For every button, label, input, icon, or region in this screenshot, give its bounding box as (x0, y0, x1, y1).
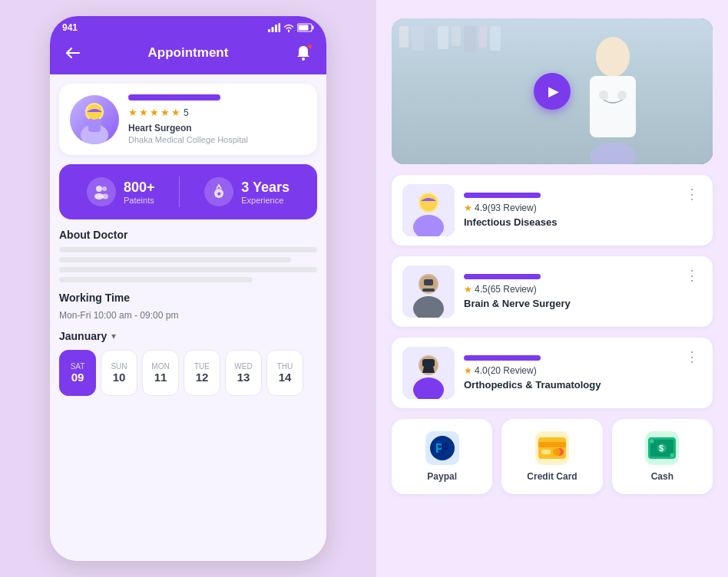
svg-point-15 (102, 194, 108, 199)
svg-rect-5 (313, 26, 314, 30)
cash-label: Cash (651, 471, 673, 482)
experience-stat: ★ 3 Years Experience (204, 177, 290, 206)
doctor-info: ★ ★ ★ ★ ★ 5 Heart Surgeon Dhaka Medical … (128, 94, 306, 144)
date-day-sun: SUN (111, 362, 127, 371)
date-num-tue: 12 (196, 371, 209, 384)
experience-label: Experience (241, 196, 290, 205)
date-item-sun[interactable]: SUN 10 (101, 350, 137, 396)
app-header: Appointment (50, 36, 326, 74)
star-5: ★ (171, 107, 180, 118)
month-selector[interactable]: Jaunuary ▾ (59, 330, 317, 342)
play-icon: ▶ (548, 83, 559, 100)
list-star-icon-2: ★ (464, 284, 472, 295)
cash-card[interactable]: $ Cash (612, 419, 713, 494)
list-specialty-1: Infectious Diseases (464, 216, 673, 228)
about-text (59, 247, 317, 282)
left-panel: 941 (0, 0, 376, 577)
svg-point-21 (599, 91, 608, 100)
date-item-sat[interactable]: SAT 09 (59, 350, 96, 396)
credit-card-card[interactable]: Credit Card (501, 419, 602, 494)
doctor-avatar (70, 95, 119, 144)
paypal-label: Paypal (427, 471, 457, 482)
date-item-tue[interactable]: TUE 12 (184, 350, 220, 396)
date-item-mon[interactable]: MON 11 (142, 350, 179, 396)
status-bar: 941 (50, 16, 326, 36)
stars-row: ★ ★ ★ ★ ★ 5 (128, 107, 306, 118)
list-specialty-3: Orthopedics & Traumatology (464, 379, 673, 391)
svg-text:★: ★ (217, 191, 222, 196)
text-line-3 (59, 267, 317, 272)
stat-divider (179, 176, 180, 207)
about-title: About Doctor (59, 229, 317, 241)
svg-point-20 (590, 143, 636, 164)
doctor-hospital: Dhaka Medical College Hospital (128, 135, 306, 144)
list-info-2: ★ 4.5(65 Review) Brain & Nerve Surgery (464, 274, 673, 309)
star-2: ★ (139, 107, 148, 118)
doctor-list-item-1: ★ 4.9(93 Review) Infectious Diseases ⋮ (392, 175, 713, 246)
svg-rect-19 (590, 76, 636, 137)
list-rating-1: 4.9(93 Review) (475, 203, 537, 213)
doctor-specialty: Heart Surgeon (128, 123, 306, 134)
medal-icon: ★ (210, 183, 227, 200)
month-name: Jaunuary (59, 330, 107, 342)
svg-rect-31 (424, 279, 433, 285)
notification-badge (307, 44, 313, 49)
patients-info: 800+ Pateints (124, 180, 155, 205)
svg-rect-2 (275, 25, 277, 32)
svg-rect-6 (299, 25, 309, 31)
doctor-list-item-3: ★ 4.0(20 Review) Orthopedics & Traumatol… (392, 338, 713, 408)
paypal-logo: P P (429, 434, 456, 462)
date-num-thu: 14 (279, 371, 292, 384)
svg-text:P: P (441, 442, 449, 455)
working-time-section: Working Time Mon-Fri 10:00 am - 09:00 pm (59, 292, 317, 321)
svg-point-7 (302, 58, 305, 61)
date-item-thu[interactable]: THU 14 (266, 350, 303, 396)
date-day-thu: THU (277, 362, 293, 371)
wifi-icon (283, 23, 294, 32)
list-stars-row-2: ★ 4.5(65 Review) (464, 284, 673, 295)
working-time-title: Working Time (59, 292, 317, 304)
svg-rect-37 (422, 359, 435, 367)
svg-text:$: $ (659, 443, 663, 453)
notification-button[interactable] (293, 42, 314, 64)
back-button[interactable] (62, 42, 84, 64)
star-3: ★ (150, 107, 159, 118)
date-num-wed: 13 (237, 371, 250, 384)
list-name-bar-1 (464, 193, 541, 198)
payment-row: P P Paypal Credit Card (392, 419, 713, 494)
date-num-sat: 09 (71, 371, 84, 384)
people-icon (93, 183, 110, 200)
patients-icon (87, 177, 116, 206)
more-button-1[interactable]: ⋮ (682, 184, 702, 204)
play-button[interactable]: ▶ (534, 73, 571, 110)
svg-rect-32 (422, 288, 435, 292)
list-avatar-2 (402, 265, 455, 318)
doctor-avatar-3 (402, 347, 455, 399)
svg-point-50 (650, 440, 654, 443)
date-day-tue: TUE (194, 362, 210, 371)
date-day-wed: WED (234, 362, 252, 371)
back-arrow-icon (65, 47, 81, 59)
stats-card: 800+ Pateints ★ 3 Years (59, 164, 317, 219)
svg-rect-0 (268, 29, 270, 32)
credit-card-icon (535, 431, 569, 465)
date-item-wed[interactable]: WED 13 (225, 350, 262, 396)
patients-label: Pateints (124, 196, 155, 205)
svg-rect-42 (538, 442, 566, 447)
svg-rect-3 (279, 23, 281, 32)
more-button-2[interactable]: ⋮ (682, 265, 702, 285)
status-icons (268, 23, 314, 32)
text-line-2 (59, 257, 291, 262)
svg-point-26 (420, 194, 437, 211)
more-button-3[interactable]: ⋮ (682, 347, 702, 367)
credit-card-logo (538, 437, 566, 459)
cash-logo: $ (648, 437, 676, 459)
video-doctor-figure (574, 34, 651, 164)
list-rating-3: 4.0(20 Review) (475, 365, 537, 376)
video-card: ▶ (392, 18, 713, 164)
calendar-section: Jaunuary ▾ SAT 09 SUN 10 MON 11 (59, 330, 317, 396)
doctor-avatar-2 (402, 265, 455, 318)
svg-point-51 (670, 453, 674, 457)
list-stars-row-1: ★ 4.9(93 Review) (464, 203, 673, 213)
paypal-card[interactable]: P P Paypal (392, 419, 492, 494)
